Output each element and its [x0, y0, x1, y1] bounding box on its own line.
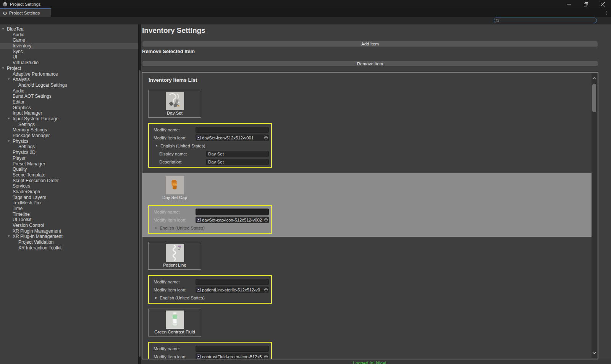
- modify-name-input[interactable]: [196, 346, 269, 352]
- sidebar-item[interactable]: ▼ UI: [0, 54, 138, 60]
- sidebar-item[interactable]: ▼ Quality: [0, 167, 138, 172]
- sidebar-item[interactable]: ▼ Timeline: [0, 212, 138, 217]
- item-card[interactable]: Patient Line: [148, 242, 201, 270]
- sidebar-item[interactable]: ▼ Preset Manager: [0, 161, 138, 167]
- modify-name-input[interactable]: [196, 127, 269, 133]
- object-picker-icon[interactable]: [263, 288, 269, 292]
- sidebar-item[interactable]: ▼ Script Execution Order: [0, 178, 138, 184]
- sidebar-item[interactable]: ▼ Project: [0, 66, 138, 71]
- sidebar-item-label: Input System Package: [13, 116, 58, 122]
- sidebar-item[interactable]: ▼ Services: [0, 183, 138, 189]
- sidebar-item-label: Settings: [18, 122, 35, 128]
- expand-arrow-icon[interactable]: ▼: [7, 139, 10, 144]
- scroll-down-icon[interactable]: [592, 350, 597, 356]
- list-scrollbar-thumb[interactable]: [592, 84, 596, 112]
- item-icon-object-field[interactable]: contrastFluid-green-icon-512x5: [196, 353, 269, 359]
- item-icon-object-field[interactable]: daySet-icon-512x512-v001: [196, 134, 269, 141]
- sidebar-item[interactable]: ▼ Settings: [0, 122, 138, 128]
- sidebar-item[interactable]: ▼ VirtualStudio: [0, 60, 138, 66]
- sidebar-item[interactable]: ▼ Graphics: [0, 105, 138, 111]
- sidebar-item[interactable]: ▼ XR Plug-in Management: [0, 234, 138, 239]
- sidebar-item[interactable]: ▼ Audio: [0, 32, 138, 38]
- sidebar-item[interactable]: ▼ Android Logcat Settings: [0, 83, 138, 88]
- locale-foldout[interactable]: ▶ English (United States): [149, 224, 271, 232]
- sidebar-item[interactable]: ▼ BlueTea: [0, 26, 138, 32]
- sidebar-item[interactable]: ▼ TextMesh Pro: [0, 200, 138, 206]
- list-scrollbar[interactable]: [592, 73, 597, 358]
- item-card[interactable]: Green Contrast Fluid: [148, 309, 201, 336]
- tab-project-settings[interactable]: ⚙ Project Settings: [0, 8, 51, 17]
- sidebar-item-label: Physics: [13, 139, 28, 144]
- sidebar-item-label: Graphics: [13, 105, 31, 111]
- sidebar-item[interactable]: ▼ Analysis: [0, 77, 138, 83]
- item-icon-object-field[interactable]: patientLine-sterile-512x512-v0: [196, 286, 269, 293]
- sidebar-item[interactable]: ▼ ShaderGraph: [0, 189, 138, 195]
- sidebar-item[interactable]: ▼ Game: [0, 37, 138, 43]
- sidebar-item[interactable]: ▼ Physics: [0, 139, 138, 144]
- object-picker-icon[interactable]: [263, 218, 269, 222]
- sidebar-item[interactable]: ▼ Sync: [0, 49, 138, 55]
- item-card[interactable]: Day Set Cap: [148, 174, 201, 202]
- sidebar-item[interactable]: ▼ Audio: [0, 88, 138, 94]
- expand-arrow-icon[interactable]: ▼: [2, 26, 5, 32]
- texture-asset-icon: [197, 288, 201, 292]
- sidebar-item[interactable]: ▼ Input System Package: [0, 116, 138, 122]
- sidebar-item[interactable]: ▼ Project Validation: [0, 239, 138, 245]
- search-input[interactable]: [499, 18, 591, 23]
- sidebar-item[interactable]: ▼ Tags and Layers: [0, 195, 138, 201]
- unity-logo-icon: [2, 2, 8, 7]
- sidebar-item[interactable]: ▼ XR Plugin Management: [0, 228, 138, 234]
- sidebar-item-label: Tags and Layers: [13, 195, 46, 201]
- add-item-button[interactable]: Add Item: [142, 41, 598, 47]
- sidebar-item-label: Timeline: [13, 212, 30, 217]
- modify-name-input[interactable]: [196, 209, 269, 215]
- remove-item-button[interactable]: Remove Item: [142, 61, 598, 67]
- sidebar-scrollbar-thumb[interactable]: [139, 70, 141, 357]
- restore-button[interactable]: [577, 0, 594, 8]
- sidebar-item-label: Services: [13, 183, 30, 189]
- sidebar-item-label: Audio: [13, 32, 24, 38]
- display-name-input[interactable]: [206, 151, 269, 157]
- expand-arrow-icon[interactable]: ▼: [2, 66, 5, 71]
- inventory-settings-panel: Inventory Settings Add Item Remove Selec…: [141, 24, 611, 364]
- object-picker-icon[interactable]: [263, 136, 269, 140]
- scroll-up-icon[interactable]: [592, 76, 597, 81]
- modify-name-input[interactable]: [196, 279, 269, 285]
- item-icon-object-field[interactable]: daySet-cap-icon-512x512-v002: [196, 217, 269, 223]
- locale-foldout[interactable]: ▶ English (United States): [149, 294, 271, 302]
- sidebar-item[interactable]: ▼ Version Control: [0, 223, 138, 228]
- item-card[interactable]: Day Set: [148, 90, 201, 118]
- sidebar-item-label: Player: [13, 155, 26, 161]
- sidebar-item[interactable]: ▼ Burst AOT Settings: [0, 94, 138, 99]
- minimize-button[interactable]: [561, 0, 577, 8]
- sidebar-item[interactable]: ▼ Inventory: [0, 43, 138, 49]
- locale-foldout[interactable]: ▼ English (United States): [149, 142, 271, 150]
- locale-label: English (United States): [160, 226, 205, 230]
- sidebar-item-label: UI: [13, 54, 17, 60]
- sidebar-item[interactable]: ▼ Editor: [0, 99, 138, 105]
- kebab-menu-icon[interactable]: ⋮: [603, 8, 611, 17]
- expand-arrow-icon[interactable]: ▼: [7, 77, 10, 83]
- icon-asset-name: daySet-icon-512x512-v001: [202, 136, 263, 140]
- sidebar-item[interactable]: ▼ UI Toolkit: [0, 217, 138, 223]
- sidebar-item[interactable]: ▼ Adaptive Performance: [0, 71, 138, 77]
- inventory-item-group: Patient Line Modify name: Modify item ic…: [142, 242, 592, 304]
- expand-arrow-icon[interactable]: ▼: [7, 116, 10, 122]
- search-field[interactable]: [494, 18, 597, 23]
- sidebar-item[interactable]: ▼ Input Manager: [0, 110, 138, 116]
- sidebar-item-label: Input Manager: [13, 110, 42, 116]
- object-picker-icon[interactable]: [263, 354, 269, 359]
- sidebar-item[interactable]: ▼ Memory Settings: [0, 127, 138, 133]
- expand-arrow-icon[interactable]: ▼: [7, 234, 10, 239]
- description-input[interactable]: [206, 159, 269, 165]
- close-button[interactable]: [594, 0, 611, 8]
- sidebar-item[interactable]: ▼ Player: [0, 155, 138, 161]
- sidebar-item[interactable]: ▼ Scene Template: [0, 172, 138, 178]
- sidebar-item[interactable]: ▼ XR Interaction Toolkit: [0, 245, 138, 251]
- sidebar-item[interactable]: ▼ Settings: [0, 144, 138, 150]
- sidebar-item[interactable]: ▼ Physics 2D: [0, 150, 138, 155]
- sidebar-item[interactable]: ▼ Package Manager: [0, 133, 138, 139]
- sidebar-splitter[interactable]: [138, 24, 141, 364]
- sidebar-item-label: Audio: [13, 88, 24, 94]
- sidebar-item[interactable]: ▼ Time: [0, 206, 138, 212]
